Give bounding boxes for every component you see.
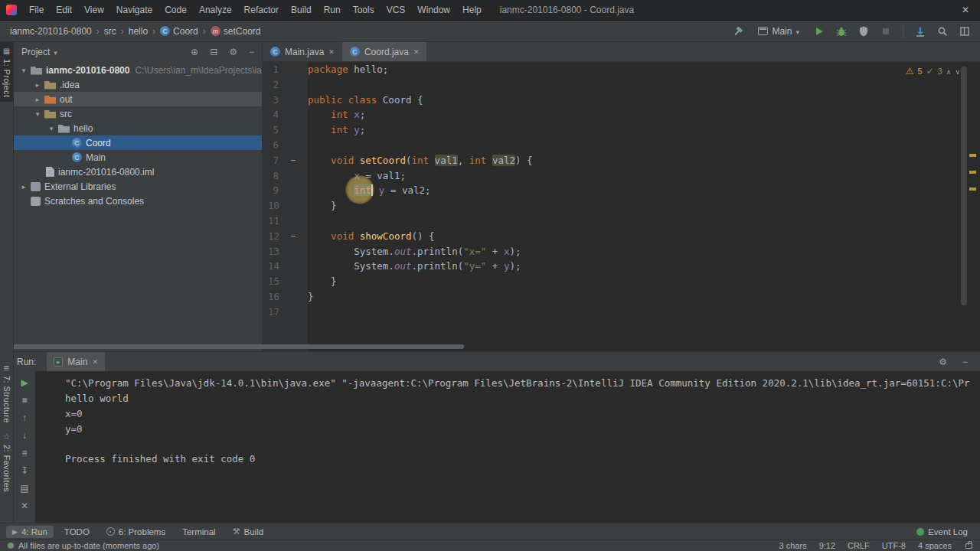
tree-item-ianmc-201016-0800.iml[interactable]: ianmc-201016-0800.iml [14, 165, 262, 179]
code-line[interactable]: 13 System.out.println("x=" + x); [263, 244, 980, 259]
down-stack-trace-icon[interactable] [22, 430, 27, 441]
menu-help[interactable]: Help [456, 0, 488, 21]
menu-window[interactable]: Window [411, 0, 456, 21]
menu-run[interactable]: Run [318, 0, 347, 21]
stop-button[interactable] [878, 24, 893, 39]
code-line[interactable]: 5 int y; [263, 122, 980, 138]
code-line[interactable]: 12− void showCoord() { [263, 229, 980, 244]
tree-chevron-icon[interactable]: ▸ [32, 96, 43, 103]
code-line[interactable]: 10 } [263, 198, 980, 214]
up-stack-trace-icon[interactable] [22, 412, 27, 423]
close-window-button[interactable] [956, 0, 975, 21]
tool-button-structure[interactable]: ≣ 7: Structure [0, 359, 13, 428]
horizontal-scrollbar-thumb[interactable] [0, 344, 464, 349]
code-line[interactable]: 3public class Coord { [263, 93, 980, 108]
inspections-widget[interactable]: 5 3 [906, 66, 960, 77]
breadcrumb-setCoord[interactable]: setCoord [208, 26, 263, 37]
code-line[interactable]: 1package hello; [263, 62, 980, 77]
collapse-all-icon[interactable] [210, 47, 217, 57]
warning-stripe-mark[interactable] [969, 171, 976, 174]
status-9:12[interactable]: 9:12 [819, 541, 835, 550]
scroll-to-end-icon[interactable] [21, 465, 28, 476]
tree-chevron-icon[interactable]: ▸ [18, 183, 29, 191]
warning-stripe-mark[interactable] [969, 154, 976, 157]
tree-chevron-icon[interactable]: ▾ [32, 110, 43, 118]
horizontal-scrollbar[interactable] [0, 344, 980, 350]
menu-view[interactable]: View [78, 0, 110, 21]
tool-button-6:-problems[interactable]: 6: Problems [100, 526, 172, 538]
code-line[interactable]: 15 } [263, 274, 980, 289]
menu-refactor[interactable]: Refactor [238, 0, 285, 21]
tree-item-Scratches and Consoles[interactable]: Scratches and Consoles [14, 194, 262, 208]
code-line[interactable]: 14 System.out.println("y=" + y); [263, 259, 980, 274]
run-button[interactable] [812, 24, 827, 39]
tree-item-Main[interactable]: Main [14, 150, 262, 165]
code-line[interactable]: 2 [263, 77, 980, 93]
menu-file[interactable]: File [23, 0, 50, 21]
status-crlf[interactable]: CRLF [848, 541, 870, 550]
tree-item-src[interactable]: ▾src [14, 106, 262, 121]
code-editor[interactable]: 1package hello;23public class Coord {4 i… [263, 62, 980, 351]
console-output[interactable]: "C:\Program Files\Java\jdk-14.0.1\bin\ja… [35, 371, 980, 523]
status-utf-8[interactable]: UTF-8 [882, 541, 906, 550]
tree-item-out[interactable]: ▸out [14, 92, 262, 106]
coverage-button[interactable] [856, 24, 871, 39]
print-icon[interactable] [20, 483, 28, 494]
run-tab-main[interactable]: Main [47, 352, 105, 371]
tool-button-event-log[interactable]: Event Log [910, 526, 974, 538]
status-3-chars[interactable]: 3 chars [779, 541, 807, 550]
tree-chevron-icon[interactable]: ▸ [32, 81, 43, 89]
menu-vcs[interactable]: VCS [381, 0, 412, 21]
hide-panel-icon[interactable] [249, 47, 254, 57]
search-everywhere-icon[interactable] [935, 24, 950, 39]
run-config-selector[interactable]: Main [753, 24, 805, 38]
tool-button-terminal[interactable]: Terminal [176, 526, 221, 538]
close-tab-icon[interactable] [413, 48, 420, 56]
warning-stripe-mark[interactable] [969, 187, 976, 191]
code-line[interactable]: 11 [263, 214, 980, 229]
prev-problem-icon[interactable] [946, 67, 952, 76]
tool-button-4:-run[interactable]: 4: Run [6, 526, 54, 538]
tab-Coord.java[interactable]: Coord.java [342, 42, 427, 61]
tree-item-ianmc-201016-0800[interactable]: ▾ianmc-201016-0800C:\Users\ian_m\IdeaPro… [14, 63, 262, 77]
clear-console-icon[interactable] [21, 500, 28, 511]
code-line[interactable]: 6 [263, 138, 980, 153]
tree-chevron-icon[interactable]: ▾ [46, 125, 57, 132]
locate-file-icon[interactable] [191, 47, 198, 57]
menu-tools[interactable]: Tools [347, 0, 381, 21]
tool-button-build[interactable]: Build [227, 525, 270, 538]
breadcrumb-Coord[interactable]: Coord [158, 26, 201, 37]
tool-button-todo[interactable]: TODO [58, 526, 96, 538]
next-problem-icon[interactable] [955, 67, 960, 76]
tab-Main.java[interactable]: Main.java [263, 42, 342, 61]
status-4-spaces[interactable]: 4 spaces [918, 541, 952, 550]
code-line[interactable]: 7− void setCoord(int val1, int val2) { [263, 153, 980, 168]
tree-item-hello[interactable]: ▾hello [14, 121, 262, 135]
tree-chevron-icon[interactable]: ▾ [18, 67, 29, 74]
menu-analyze[interactable]: Analyze [193, 0, 238, 21]
debug-button[interactable] [834, 24, 849, 39]
stop-icon[interactable] [21, 395, 27, 406]
soft-wrap-icon[interactable] [21, 448, 27, 458]
menu-code[interactable]: Code [158, 0, 193, 21]
editor-vertical-scrollbar[interactable] [961, 67, 967, 305]
close-run-tab-icon[interactable] [92, 358, 98, 366]
menu-edit[interactable]: Edit [50, 0, 78, 21]
tree-item-Coord[interactable]: Coord [14, 135, 262, 150]
breadcrumb-hello[interactable]: hello [126, 26, 150, 37]
lock-icon[interactable] [965, 543, 972, 549]
menu-navigate[interactable]: Navigate [110, 0, 158, 21]
breadcrumb-src[interactable]: src [102, 26, 119, 37]
code-line[interactable]: 4 int x; [263, 107, 980, 122]
vcs-update-button[interactable] [913, 24, 928, 39]
tool-button-favorites[interactable]: ☆ 2: Favorites [0, 428, 13, 497]
breadcrumb-ianmc-201016-0800[interactable]: ianmc-201016-0800 [8, 26, 94, 37]
tree-item-External Libraries[interactable]: ▸External Libraries [14, 179, 262, 194]
console-settings-icon[interactable] [939, 357, 947, 367]
close-tab-icon[interactable] [328, 48, 335, 56]
panel-settings-icon[interactable] [229, 47, 237, 57]
code-line[interactable]: 17 [263, 305, 980, 320]
hide-console-icon[interactable] [962, 357, 968, 367]
build-hammer-icon[interactable] [730, 24, 746, 39]
menu-build[interactable]: Build [285, 0, 318, 21]
